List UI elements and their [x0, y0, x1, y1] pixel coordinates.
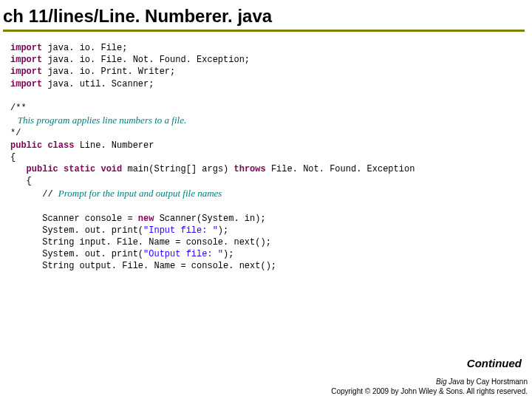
scanner-line-a: Scanner console =: [10, 214, 138, 224]
copyright: Copyright © 2009 by John Wiley & Sons. A…: [331, 387, 528, 397]
footer-line-1: Big Java by Cay Horstmann: [331, 378, 528, 387]
main-signature: main(String[] args): [122, 164, 233, 174]
print-output-a: System. out. print(: [10, 249, 143, 259]
scanner-line-b: Scanner(System. in);: [154, 214, 265, 224]
comment-text: Prompt for the input and output file nam…: [58, 188, 222, 199]
keyword-static: static: [64, 164, 95, 174]
doc-comment-body: This program applies line numbers to a f…: [10, 115, 186, 126]
keyword-class: class: [47, 140, 74, 151]
keyword-import: import: [10, 55, 42, 65]
doc-comment-open: /**: [10, 103, 27, 113]
code-block: import java. io. File; import java. io. …: [0, 32, 532, 273]
keyword-public: public: [10, 140, 42, 151]
class-name: Line. Numberer: [74, 140, 154, 151]
keyword-import: import: [10, 43, 42, 53]
brace-open: {: [10, 152, 16, 163]
string-output: "Output file: ": [143, 249, 223, 259]
output-filename-line: String output. File. Name = console. nex…: [10, 261, 276, 271]
keyword-void: void: [100, 164, 122, 174]
brace-open-2: {: [10, 176, 32, 186]
comment-lead: //: [10, 189, 58, 200]
import-line-4: java. util. Scanner;: [42, 79, 154, 89]
slide-title: ch 11/lines/Line. Numberer. java: [0, 0, 532, 30]
author: by Cay Horstmann: [464, 378, 528, 386]
keyword-throws: throws: [234, 164, 266, 174]
keyword-new: new: [138, 214, 154, 224]
input-filename-line: String input. File. Name = console. next…: [10, 237, 271, 248]
print-output-b: );: [223, 249, 233, 259]
import-line-1: java. io. File;: [42, 43, 127, 53]
footer: Big Java by Cay Horstmann Copyright © 20…: [331, 378, 528, 396]
continued-label: Continued: [467, 357, 522, 369]
import-line-2: java. io. File. Not. Found. Exception;: [42, 55, 250, 65]
indent: [10, 164, 27, 174]
string-input: "Input file: ": [143, 225, 218, 236]
import-line-3: java. io. Print. Writer;: [42, 66, 175, 77]
doc-comment-close: */: [10, 128, 21, 138]
keyword-import: import: [10, 79, 42, 89]
throws-clause: File. Not. Found. Exception: [266, 164, 415, 174]
book-title: Big Java: [436, 378, 464, 386]
print-input-a: System. out. print(: [10, 225, 143, 236]
print-input-b: );: [218, 225, 228, 236]
keyword-import: import: [10, 66, 42, 77]
keyword-public: public: [27, 164, 58, 174]
